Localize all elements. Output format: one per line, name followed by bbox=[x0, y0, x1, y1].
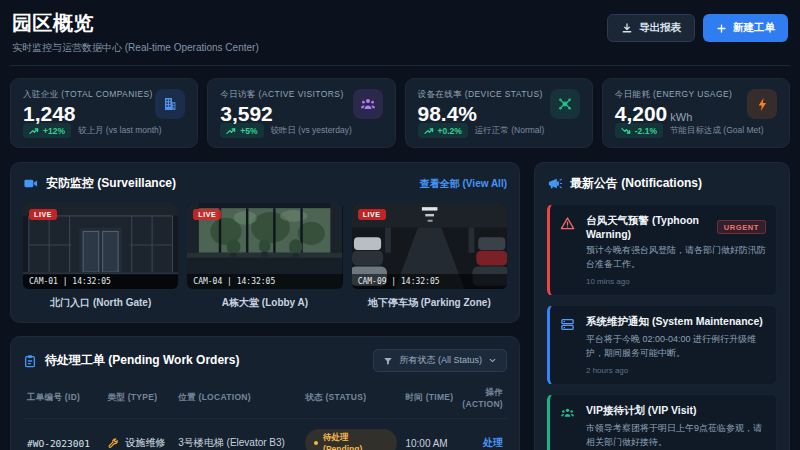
kpi-note: 较昨日 (vs yesterday) bbox=[271, 125, 352, 137]
camera-feed-lobby[interactable]: LIVE CAM-04 | 14:32:05 bbox=[187, 203, 342, 289]
visitors-icon bbox=[353, 89, 383, 119]
status-badge: 待处理 (Pending) bbox=[305, 429, 397, 450]
kpi-note: 较上月 (vs last month) bbox=[78, 125, 162, 137]
server-icon bbox=[560, 317, 576, 333]
col-id: 工单编号 (ID) bbox=[23, 383, 103, 419]
network-icon bbox=[550, 89, 580, 119]
camera-card: LIVE CAM-09 | 14:32:05 地下停车场 (Parking Zo… bbox=[352, 203, 507, 310]
kpi-footer: +5% 较昨日 (vs yesterday) bbox=[220, 123, 352, 138]
notification-body: 平台将于今晚 02:00-04:00 进行例行升级维护，期间服务可能中断。 bbox=[586, 333, 766, 360]
surveillance-panel: 安防监控 (Surveillance) 查看全部 (View All) bbox=[10, 162, 520, 323]
order-id: #WO-2023001 bbox=[23, 419, 103, 450]
status-filter-dropdown[interactable]: 所有状态 (All Status) bbox=[373, 349, 507, 372]
order-time: 10:00 AM bbox=[401, 419, 458, 450]
export-report-label: 导出报表 bbox=[639, 21, 681, 35]
live-badge: LIVE bbox=[29, 209, 57, 220]
header-titles: 园区概览 实时监控与运营数据中心 (Real-time Operations C… bbox=[12, 10, 259, 55]
notification-maintenance[interactable]: 系统维护通知 (System Maintenance) 平台将于今晚 02:00… bbox=[547, 305, 777, 385]
download-icon bbox=[621, 22, 633, 34]
trend-badge: -2.1% bbox=[615, 123, 663, 138]
work-orders-panel: 待处理工单 (Pending Work Orders) 所有状态 (All St… bbox=[10, 336, 520, 450]
funnel-icon bbox=[383, 356, 393, 366]
header-divider bbox=[10, 65, 790, 66]
order-type: 设施维修 bbox=[107, 436, 165, 450]
new-work-order-label: 新建工单 bbox=[733, 21, 775, 35]
notification-typhoon[interactable]: 台风天气预警 (Typhoon Warning) URGENT 预计今晚有强台风… bbox=[547, 204, 777, 296]
trend-badge: +0.2% bbox=[418, 123, 468, 138]
page-header: 园区概览 实时监控与运营数据中心 (Real-time Operations C… bbox=[10, 8, 790, 55]
page-subtitle: 实时监控与运营数据中心 (Real-time Operations Center… bbox=[12, 41, 259, 55]
page-title: 园区概览 bbox=[12, 10, 259, 37]
trend-down-icon bbox=[621, 127, 631, 135]
camera-caption: A栋大堂 (Lobby A) bbox=[187, 296, 342, 310]
notification-body: 预计今晚有强台风登陆，请各部门做好防汛防台准备工作。 bbox=[586, 244, 766, 271]
kpi-unit: kWh bbox=[670, 111, 692, 123]
camera-feed-parking[interactable]: LIVE CAM-09 | 14:32:05 bbox=[352, 203, 507, 289]
notification-title: VIP接待计划 (VIP Visit) bbox=[586, 404, 766, 418]
notification-time: 10 mins ago bbox=[586, 277, 766, 286]
kpi-note: 运行正常 (Normal) bbox=[475, 125, 544, 137]
wrench-icon bbox=[107, 437, 119, 449]
chevron-down-icon bbox=[488, 356, 497, 365]
surveillance-title: 安防监控 (Surveillance) bbox=[23, 175, 176, 192]
new-work-order-button[interactable]: 新建工单 bbox=[703, 14, 788, 42]
notification-list: 台风天气预警 (Typhoon Warning) URGENT 预计今晚有强台风… bbox=[547, 204, 777, 450]
people-group-icon bbox=[560, 406, 576, 422]
camera-feed-north-gate[interactable]: LIVE CAM-01 | 14:32:05 bbox=[23, 203, 178, 289]
main-area: 安防监控 (Surveillance) 查看全部 (View All) bbox=[10, 162, 790, 450]
notification-time: 2 hours ago bbox=[586, 366, 766, 375]
notifications-title: 最新公告 (Notifications) bbox=[547, 175, 702, 192]
col-action: 操作 (ACTION) bbox=[458, 383, 507, 419]
work-orders-table: 工单编号 (ID) 类型 (TYPE) 位置 (LOCATION) 状态 (ST… bbox=[23, 383, 507, 450]
dashboard-page: 园区概览 实时监控与运营数据中心 (Real-time Operations C… bbox=[0, 0, 800, 450]
export-report-button[interactable]: 导出报表 bbox=[607, 14, 695, 42]
live-badge: LIVE bbox=[358, 209, 386, 220]
building-icon bbox=[155, 89, 185, 119]
urgent-badge: URGENT bbox=[717, 220, 766, 234]
trend-badge: +12% bbox=[23, 123, 71, 138]
order-action-link[interactable]: 处理 bbox=[483, 437, 503, 448]
col-type: 类型 (TYPE) bbox=[103, 383, 174, 419]
camera-overlay: CAM-09 | 14:32:05 bbox=[352, 274, 507, 289]
camera-overlay: CAM-01 | 14:32:05 bbox=[23, 274, 178, 289]
clipboard-icon bbox=[23, 354, 37, 368]
notification-title: 系统维护通知 (System Maintenance) bbox=[586, 315, 766, 329]
camera-grid: LIVE CAM-01 | 14:32:05 北门入口 (North Gate) bbox=[23, 203, 507, 310]
notification-vip[interactable]: VIP接待计划 (VIP Visit) 市领导考察团将于明日上午9点莅临参观，请… bbox=[547, 394, 777, 450]
camera-card: LIVE CAM-04 | 14:32:05 A栋大堂 (Lobby A) bbox=[187, 203, 342, 310]
status-dot bbox=[314, 441, 318, 445]
kpi-note: 节能目标达成 (Goal Met) bbox=[670, 125, 764, 137]
notification-body: 市领导考察团将于明日上午9点莅临参观，请相关部门做好接待。 bbox=[586, 422, 766, 449]
notification-title: 台风天气预警 (Typhoon Warning) URGENT bbox=[586, 214, 766, 240]
col-time: 时间 (TIME) bbox=[401, 383, 458, 419]
kpi-footer: -2.1% 节能目标达成 (Goal Met) bbox=[615, 123, 764, 138]
work-orders-header: 待处理工单 (Pending Work Orders) 所有状态 (All St… bbox=[23, 349, 507, 372]
camera-caption: 地下停车场 (Parking Zone) bbox=[352, 296, 507, 310]
table-row: #WO-2023001 设施维修 3号楼电梯 (Elevator B3) 待处理… bbox=[23, 419, 507, 450]
plus-icon bbox=[716, 23, 727, 34]
col-location: 位置 (LOCATION) bbox=[174, 383, 301, 419]
kpi-footer: +0.2% 运行正常 (Normal) bbox=[418, 123, 545, 138]
camera-caption: 北门入口 (North Gate) bbox=[23, 296, 178, 310]
surveillance-header: 安防监控 (Surveillance) 查看全部 (View All) bbox=[23, 175, 507, 192]
megaphone-icon bbox=[547, 176, 562, 191]
trend-up-icon bbox=[424, 127, 434, 135]
view-all-link[interactable]: 查看全部 (View All) bbox=[420, 177, 507, 191]
kpi-card-visitors: 今日访客 (ACTIVE VISITORS) 3,592 +5% 较昨日 (vs… bbox=[207, 78, 395, 148]
kpi-card-companies: 入驻企业 (TOTAL COMPANIES) 1,248 +12% 较上月 (v… bbox=[10, 78, 198, 148]
trend-up-icon bbox=[226, 127, 236, 135]
kpi-footer: +12% 较上月 (vs last month) bbox=[23, 123, 162, 138]
left-column: 安防监控 (Surveillance) 查看全部 (View All) bbox=[10, 162, 520, 450]
kpi-card-devices: 设备在线率 (DEVICE STATUS) 98.4% +0.2% 运行正常 (… bbox=[405, 78, 593, 148]
warning-triangle-icon bbox=[560, 216, 576, 232]
notifications-panel: 最新公告 (Notifications) 台风天气预警 (Typhoon War… bbox=[534, 162, 790, 450]
header-actions: 导出报表 新建工单 bbox=[607, 14, 788, 42]
trend-badge: +5% bbox=[220, 123, 263, 138]
video-camera-icon bbox=[23, 176, 38, 191]
work-orders-title: 待处理工单 (Pending Work Orders) bbox=[23, 352, 239, 369]
table-header-row: 工单编号 (ID) 类型 (TYPE) 位置 (LOCATION) 状态 (ST… bbox=[23, 383, 507, 419]
live-badge: LIVE bbox=[193, 209, 221, 220]
col-status: 状态 (STATUS) bbox=[301, 383, 401, 419]
kpi-row: 入驻企业 (TOTAL COMPANIES) 1,248 +12% 较上月 (v… bbox=[10, 78, 790, 148]
camera-card: LIVE CAM-01 | 14:32:05 北门入口 (North Gate) bbox=[23, 203, 178, 310]
